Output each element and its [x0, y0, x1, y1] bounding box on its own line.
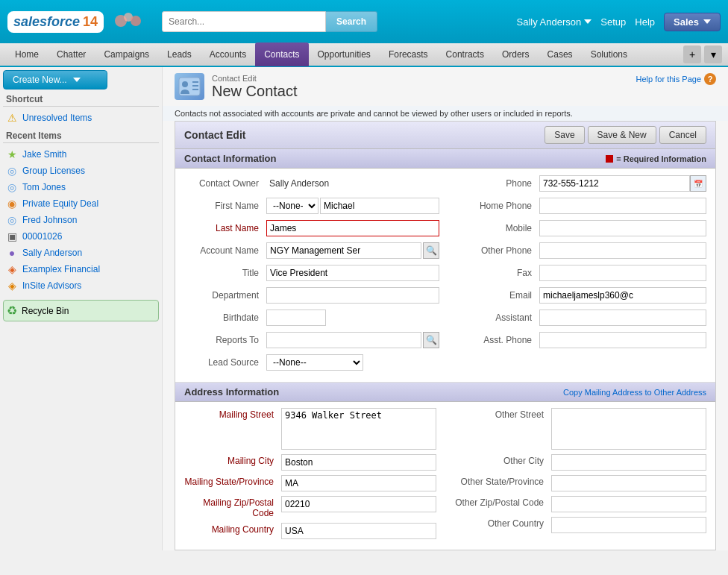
fax-input[interactable] [539, 265, 706, 281]
phone-row: Phone 📅 [457, 175, 706, 192]
first-name-prefix-select[interactable]: --None-- [266, 198, 318, 214]
account-name-input[interactable] [266, 242, 421, 259]
mobile-input[interactable] [539, 220, 706, 236]
birthdate-label: Birthdate [184, 312, 266, 323]
search-input[interactable] [162, 11, 326, 32]
recent-jake-smith[interactable]: ★ Jake Smith [3, 146, 159, 163]
sidebar: Create New... Shortcut ⚠ Unresolved Item… [0, 67, 163, 550]
nav-leads[interactable]: Leads [158, 43, 201, 66]
header-user[interactable]: Sally Anderson [517, 16, 592, 28]
help-page-link[interactable]: Help for this Page ? [636, 73, 716, 85]
department-row: Department [184, 286, 439, 304]
other-country-row: Other Country [454, 517, 706, 533]
recent-examplex-financial[interactable]: ◈ Examplex Financial [3, 261, 159, 277]
recent-insite-advisors[interactable]: ◈ InSite Advisors [3, 277, 159, 294]
other-country-input[interactable] [551, 517, 706, 533]
assistant-input[interactable] [539, 310, 706, 326]
reports-to-lookup-icon[interactable]: 🔍 [423, 332, 439, 348]
owner-row: Contact Owner Sally Anderson [184, 175, 439, 192]
help-link-header[interactable]: Help [635, 16, 655, 28]
mailing-country-input[interactable] [281, 523, 436, 539]
title-row: Title [184, 264, 439, 282]
nav-cases[interactable]: Cases [539, 43, 582, 66]
other-city-input[interactable] [551, 454, 706, 471]
first-name-row: First Name --None-- [184, 197, 439, 215]
reports-to-group: 🔍 [266, 332, 439, 348]
nav-accounts[interactable]: Accounts [201, 43, 255, 66]
other-zip-input[interactable] [551, 496, 706, 512]
department-input[interactable] [266, 287, 439, 304]
nav-contacts[interactable]: Contacts [255, 43, 308, 66]
recent-sally-anderson[interactable]: ● Sally Anderson [3, 245, 159, 261]
group-icon: ◎ [6, 165, 18, 177]
logo: salesforce 14 [7, 11, 104, 33]
reports-to-label: Reports To [184, 335, 266, 345]
first-name-input[interactable] [320, 198, 439, 214]
recent-00001026[interactable]: ▣ 00001026 [3, 228, 159, 245]
app-selector-button[interactable]: Sales [664, 13, 721, 31]
mailing-street-row: Mailing Street 9346 Walker Street [184, 408, 436, 450]
save-new-button[interactable]: Save & New [588, 126, 656, 144]
lead-source-select[interactable]: --None-- [266, 354, 363, 371]
recent-group-licenses[interactable]: ◎ Group Licenses [3, 163, 159, 179]
recent-item-label: Group Licenses [22, 166, 85, 176]
phone-input[interactable] [539, 175, 690, 192]
create-new-button[interactable]: Create New... [3, 70, 107, 89]
nav-opportunities[interactable]: Opportunities [309, 43, 380, 66]
nav-contracts[interactable]: Contracts [437, 43, 493, 66]
birthdate-input[interactable] [266, 310, 326, 326]
nav-home[interactable]: Home [6, 43, 48, 66]
account-lookup-icon[interactable]: 🔍 [423, 242, 439, 259]
nav-campaigns[interactable]: Campaigns [95, 43, 158, 66]
fax-label: Fax [457, 268, 539, 278]
phone-icon[interactable]: 📅 [690, 175, 706, 192]
reports-to-input[interactable] [266, 332, 421, 348]
other-phone-row: Other Phone [457, 242, 706, 260]
asst-phone-input[interactable] [539, 332, 706, 348]
nav-chatter[interactable]: Chatter [48, 43, 95, 66]
title-label: Title [184, 268, 266, 278]
nav-add-icon[interactable]: + [683, 45, 701, 63]
nav-forecasts[interactable]: Forecasts [380, 43, 437, 66]
mailing-street-input[interactable]: 9346 Walker Street [281, 408, 436, 450]
mailing-state-input[interactable] [281, 475, 436, 491]
other-country-label: Other Country [454, 517, 551, 529]
nav-solutions[interactable]: Solutions [582, 43, 636, 66]
nav-more-icon[interactable]: ▾ [704, 45, 722, 63]
cancel-button[interactable]: Cancel [659, 126, 706, 144]
recent-tom-jones[interactable]: ◎ Tom Jones [3, 179, 159, 195]
recycle-icon: ♻ [7, 304, 17, 318]
other-street-input[interactable] [551, 408, 706, 450]
setup-link[interactable]: Setup [600, 16, 626, 28]
account-name-group: 🔍 [266, 242, 439, 259]
recycle-bin-section[interactable]: ♻ Recycle Bin [3, 300, 159, 321]
other-state-input[interactable] [551, 475, 706, 491]
address-left-col: Mailing Street 9346 Walker Street Mailin… [175, 402, 445, 550]
email-input[interactable] [539, 287, 706, 304]
home-phone-input[interactable] [539, 198, 706, 214]
unresolved-items-link[interactable]: ⚠ Unresolved Items [3, 110, 159, 126]
mailing-city-input[interactable] [281, 454, 436, 471]
other-street-row: Other Street [454, 408, 706, 450]
contact-info-section-header: Contact Information = Required Informati… [175, 149, 715, 169]
lead-source-row: Lead Source --None-- [184, 354, 439, 371]
breadcrumb: Contact Edit [212, 74, 298, 83]
copy-address-link[interactable]: Copy Mailing Address to Other Address [563, 388, 706, 397]
recent-private-equity[interactable]: ◉ Private Equity Deal [3, 195, 159, 212]
last-name-input[interactable] [266, 220, 439, 236]
other-phone-input[interactable] [539, 242, 706, 259]
recent-item-label: Private Equity Deal [22, 198, 98, 209]
asst-phone-row: Asst. Phone [457, 331, 706, 349]
recent-item-label: Fred Johnson [22, 215, 77, 225]
mailing-street-label: Mailing Street [184, 408, 281, 420]
mailing-zip-input[interactable] [281, 496, 436, 512]
recent-fred-johnson[interactable]: ◎ Fred Johnson [3, 212, 159, 228]
save-button[interactable]: Save [545, 126, 584, 144]
reports-to-row: Reports To 🔍 [184, 331, 439, 349]
contact-icon2: ◎ [6, 214, 18, 226]
title-input[interactable] [266, 265, 439, 281]
search-button[interactable]: Search [326, 11, 377, 32]
content-area: Contact Edit New Contact Help for this P… [163, 67, 728, 550]
nav-orders[interactable]: Orders [493, 43, 539, 66]
user-dropdown-icon [584, 19, 592, 24]
